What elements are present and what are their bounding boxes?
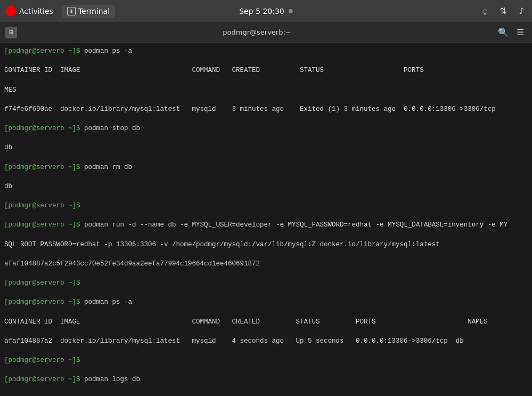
dot-indicator [289,9,293,13]
terminal-tab-label: Terminal [78,7,110,15]
topbar: Activities ▮ Terminal Sep 5 20:30 ⍜ ⇅ ♪ [0,0,532,22]
terminal-titlebar-left: ⊞ [5,27,17,38]
volume-icon[interactable]: ♪ [516,6,527,17]
redhat-icon [5,6,16,17]
topbar-center: Sep 5 20:30 [239,7,293,15]
network-icon[interactable]: ⇅ [498,6,509,17]
terminal-titlebar-right: 🔍 ☰ [497,26,527,39]
terminal-menu-button[interactable]: ☰ [514,26,527,39]
terminal-icon: ▮ [67,7,76,15]
terminal-search-button[interactable]: 🔍 [497,26,510,39]
terminal-tab[interactable]: ▮ Terminal [62,5,115,18]
activities-label: Activities [19,7,53,15]
topbar-left: Activities ▮ Terminal [5,5,115,18]
terminal-title: podmgr@serverb:~ [17,28,497,36]
terminal-back-button[interactable]: ⊞ [5,27,17,38]
datetime-label: Sep 5 20:30 [239,7,284,15]
terminal-window: ⊞ podmgr@serverb:~ 🔍 ☰ [podmgr@serverb ~… [0,22,532,396]
accessibility-icon[interactable]: ⍜ [480,6,490,17]
terminal-titlebar: ⊞ podmgr@serverb:~ 🔍 ☰ [0,22,532,43]
topbar-right: ⍜ ⇅ ♪ [480,6,527,17]
terminal-content[interactable]: [podmgr@serverb ~]$ podman ps -a CONTAIN… [0,43,532,396]
activities-button[interactable]: Activities [5,6,53,17]
